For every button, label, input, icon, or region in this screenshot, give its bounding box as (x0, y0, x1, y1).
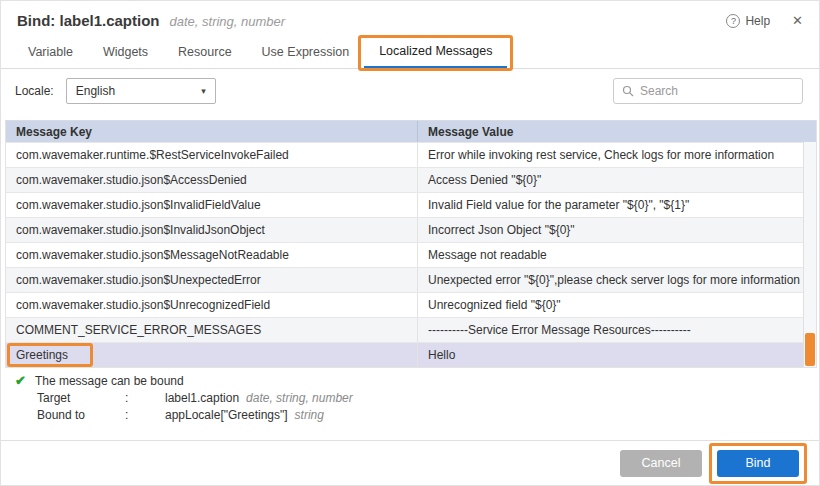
message-key-cell: Greetings (6, 343, 417, 367)
header-actions: ? Help ✕ (726, 13, 803, 28)
message-value-cell: Invalid Field value for the parameter "$… (417, 193, 816, 217)
dialog-subtitle: date, string, number (170, 14, 286, 29)
target-line: Target : label1.captiondate, string, num… (37, 391, 353, 405)
help-button[interactable]: ? Help (726, 14, 770, 28)
tab-label: Resource (178, 45, 232, 59)
table-row[interactable]: com.wavemaker.studio.json$AccessDenied A… (6, 167, 816, 192)
bound-to-label: Bound to (37, 408, 125, 422)
table-header-row: Message Key Message Value (6, 121, 816, 142)
search-icon (622, 85, 634, 97)
target-value: label1.caption (165, 391, 239, 405)
table-row[interactable]: COMMENT_SERVICE_ERROR_MESSAGES ---------… (6, 317, 816, 342)
bound-to-value-wrap: appLocale["Greetings"]string (165, 408, 324, 422)
bound-to-value: appLocale["Greetings"] (165, 408, 288, 422)
message-key-cell: com.wavemaker.studio.json$AccessDenied (6, 168, 417, 192)
cancel-button[interactable]: Cancel (620, 450, 702, 477)
table-row[interactable]: com.wavemaker.studio.json$InvalidJsonObj… (6, 217, 816, 242)
close-icon[interactable]: ✕ (792, 13, 803, 28)
message-value-cell: Unexpected error "${0}",please check ser… (417, 268, 816, 292)
check-icon: ✔ (15, 373, 26, 388)
title-wrap: Bind: label1.caption date, string, numbe… (17, 12, 285, 29)
table-row[interactable]: com.wavemaker.studio.json$UnexpectedErro… (6, 267, 816, 292)
table-row[interactable]: com.wavemaker.studio.json$InvalidFieldVa… (6, 192, 816, 217)
message-value-cell: Message not readable (417, 243, 816, 267)
target-label: Target (37, 391, 125, 405)
column-header-message-key[interactable]: Message Key (6, 121, 417, 142)
search-input[interactable] (640, 84, 794, 98)
message-key-cell: com.wavemaker.studio.json$InvalidFieldVa… (6, 193, 417, 217)
tab-widgets[interactable]: Widgets (88, 36, 163, 68)
table-body: com.wavemaker.runtime.$RestServiceInvoke… (6, 142, 816, 367)
bind-button-wrap: Bind (717, 450, 799, 477)
target-types: date, string, number (246, 391, 353, 405)
bind-button-label: Bind (745, 456, 770, 470)
table-scrollbar[interactable] (803, 142, 816, 367)
target-value-wrap: label1.captiondate, string, number (165, 391, 353, 405)
message-key-cell: com.wavemaker.studio.json$MessageNotRead… (6, 243, 417, 267)
bind-dialog: Bind: label1.caption date, string, numbe… (0, 0, 820, 486)
tab-variable[interactable]: Variable (13, 36, 88, 68)
locale-select[interactable]: English ▾ (66, 78, 216, 104)
help-label: Help (745, 14, 770, 28)
table-row[interactable]: com.wavemaker.studio.json$UnrecognizedFi… (6, 292, 816, 317)
scrollbar-thumb[interactable] (805, 333, 815, 366)
search-box[interactable] (613, 78, 803, 104)
help-icon: ? (726, 14, 740, 28)
table-row[interactable]: com.wavemaker.runtime.$RestServiceInvoke… (6, 142, 816, 167)
message-value-cell: Access Denied "${0}" (417, 168, 816, 192)
locale-selected-value: English (76, 84, 115, 98)
message-key-cell: com.wavemaker.runtime.$RestServiceInvoke… (6, 143, 417, 167)
dialog-footer: Cancel Bind (1, 440, 819, 485)
status-area: ✔ The message can be bound Target : labe… (15, 373, 353, 422)
chevron-down-icon: ▾ (201, 86, 206, 96)
tab-resource[interactable]: Resource (163, 36, 247, 68)
status-line: ✔ The message can be bound (15, 373, 353, 388)
column-header-message-value[interactable]: Message Value (417, 121, 816, 142)
colon: : (125, 391, 165, 405)
locale-group: Locale: English ▾ (15, 78, 216, 104)
table-row[interactable]: com.wavemaker.studio.json$MessageNotRead… (6, 242, 816, 267)
messages-table: Message Key Message Value com.wavemaker.… (5, 120, 817, 368)
tab-use-expression[interactable]: Use Expression (247, 36, 365, 68)
message-key-text: Greetings (16, 348, 68, 362)
tab-label: Variable (28, 45, 73, 59)
tab-bar: Variable Widgets Resource Use Expression… (1, 36, 819, 69)
message-value-cell: Unrecognized field "${0}" (417, 293, 816, 317)
colon: : (125, 408, 165, 422)
table-row-selected[interactable]: Greetings Hello (6, 342, 816, 367)
message-key-cell: com.wavemaker.studio.json$UnrecognizedFi… (6, 293, 417, 317)
message-key-cell: com.wavemaker.studio.json$InvalidJsonObj… (6, 218, 417, 242)
dialog-title: Bind: label1.caption (17, 12, 160, 29)
status-message: The message can be bound (35, 374, 184, 388)
cancel-button-label: Cancel (642, 456, 681, 470)
dialog-header: Bind: label1.caption date, string, numbe… (1, 1, 819, 36)
bound-to-line: Bound to : appLocale["Greetings"]string (37, 408, 353, 422)
bound-to-type: string (295, 408, 324, 422)
locale-label: Locale: (15, 84, 54, 98)
tab-label: Widgets (103, 45, 148, 59)
message-value-cell: Error while invoking rest service, Check… (417, 143, 816, 167)
tab-localized-messages[interactable]: Localized Messages (364, 36, 507, 68)
tab-label: Use Expression (262, 45, 350, 59)
tab-label: Localized Messages (379, 44, 492, 58)
message-value-cell: ----------Service Error Message Resource… (417, 318, 816, 342)
message-key-cell: COMMENT_SERVICE_ERROR_MESSAGES (6, 318, 417, 342)
bind-button[interactable]: Bind (717, 450, 799, 477)
toolbar: Locale: English ▾ (1, 69, 819, 113)
message-value-cell: Incorrect Json Object "${0}" (417, 218, 816, 242)
message-key-cell: com.wavemaker.studio.json$UnexpectedErro… (6, 268, 417, 292)
message-value-cell: Hello (417, 343, 816, 367)
